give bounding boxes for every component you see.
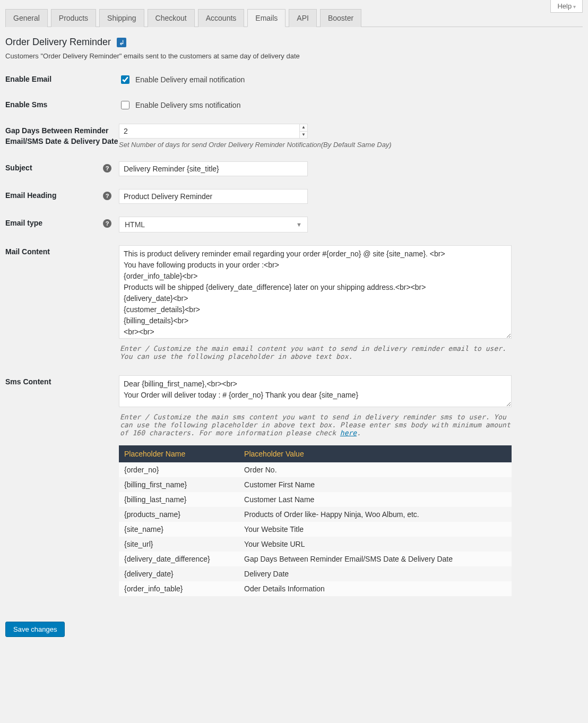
tab-accounts[interactable]: Accounts xyxy=(198,9,245,27)
table-row: {order_info_table}Oder Details Informati… xyxy=(119,581,512,596)
help-dropdown[interactable]: Help xyxy=(550,0,583,13)
table-row: {billing_first_name}Customer First Name xyxy=(119,477,512,492)
settings-tabs: GeneralProductsShippingCheckoutAccountsE… xyxy=(5,0,583,27)
row-enable-sms: Enable Sms Enable Delivery sms notificat… xyxy=(5,98,583,111)
label-subject: Subject ? xyxy=(5,161,119,172)
sms-content-textarea[interactable]: Dear {billing_first_name},<br><br> Your … xyxy=(119,375,512,407)
gap-days-stepper[interactable]: ▲ ▼ xyxy=(119,124,308,139)
label-enable-sms: Enable Sms xyxy=(5,98,119,109)
table-row: {delivery_date}Delivery Date xyxy=(119,566,512,581)
enable-email-checkbox[interactable] xyxy=(121,75,129,84)
page-title: Order Delivery Reminder ↲ xyxy=(5,37,583,48)
placeholder-name: {delivery_date_difference} xyxy=(119,552,239,566)
tab-checkout[interactable]: Checkout xyxy=(148,9,195,27)
mail-content-hint: Enter / Customize the main email content… xyxy=(119,342,512,363)
sms-content-hint: Enter / Customize the main sms content y… xyxy=(119,411,512,439)
table-row: {billing_last_name}Customer Last Name xyxy=(119,492,512,507)
label-gap-days: Gap Days Between Reminder Email/SMS Date… xyxy=(5,124,119,147)
placeholder-col-value: Placeholder Value xyxy=(239,445,512,462)
tab-booster[interactable]: Booster xyxy=(320,9,361,27)
help-tip-icon[interactable]: ? xyxy=(103,192,111,200)
placeholder-value: Oder Details Information xyxy=(239,581,512,596)
checkbox-enable-sms-row[interactable]: Enable Delivery sms notification xyxy=(119,98,512,111)
page-title-text: Order Delivery Reminder xyxy=(5,37,111,47)
row-sms-content: Sms Content Dear {billing_first_name},<b… xyxy=(5,375,583,596)
label-mail-content: Mail Content xyxy=(5,245,119,256)
enable-email-checkbox-label: Enable Delivery email notification xyxy=(135,75,245,84)
placeholder-name: {products_name} xyxy=(119,507,239,522)
table-row: {delivery_date_difference}Gap Days Betwe… xyxy=(119,552,512,566)
enable-sms-checkbox[interactable] xyxy=(121,101,129,109)
spinner-icon[interactable]: ▲ ▼ xyxy=(299,124,308,139)
label-email-type: Email type ? xyxy=(5,217,119,227)
sms-hint-link[interactable]: here xyxy=(340,429,357,437)
chevron-down-icon: ▼ xyxy=(296,221,302,228)
row-heading: Email Heading ? xyxy=(5,189,583,204)
placeholder-value: Delivery Date xyxy=(239,566,512,581)
label-heading: Email Heading ? xyxy=(5,189,119,200)
placeholder-value: Gap Days Between Reminder Email/SMS Date… xyxy=(239,552,512,566)
label-enable-email: Enable Email xyxy=(5,73,119,83)
table-row: {site_url}Your Website URL xyxy=(119,537,512,552)
row-subject: Subject ? xyxy=(5,161,583,176)
tab-shipping[interactable]: Shipping xyxy=(99,9,144,27)
placeholder-name: {billing_last_name} xyxy=(119,492,239,507)
heading-input[interactable] xyxy=(119,189,308,204)
placeholder-value: Customer First Name xyxy=(239,477,512,492)
table-row: {site_name}Your Website Title xyxy=(119,522,512,537)
gap-days-hint: Set Number of days for send Order Delive… xyxy=(119,141,512,149)
email-type-select[interactable]: HTML ▼ xyxy=(119,217,308,233)
placeholder-value: Your Website Title xyxy=(239,522,512,537)
placeholder-value: Customer Last Name xyxy=(239,492,512,507)
subject-input[interactable] xyxy=(119,161,308,176)
placeholder-name: {order_info_table} xyxy=(119,581,239,596)
back-icon[interactable]: ↲ xyxy=(117,38,126,47)
tab-general[interactable]: General xyxy=(5,9,48,27)
label-sms-content: Sms Content xyxy=(5,375,119,386)
placeholders-table: Placeholder Name Placeholder Value {orde… xyxy=(119,445,512,596)
placeholder-name: {site_name} xyxy=(119,522,239,537)
page-description: Customers "Order Delivery Reminder" emai… xyxy=(5,52,583,60)
placeholder-value: Order No. xyxy=(239,462,512,477)
placeholder-name: {billing_first_name} xyxy=(119,477,239,492)
table-row: {order_no}Order No. xyxy=(119,462,512,477)
placeholder-value: Products of Order like- Happy Ninja, Woo… xyxy=(239,507,512,522)
email-type-value: HTML xyxy=(125,220,145,229)
tab-api[interactable]: API xyxy=(289,9,317,27)
row-email-type: Email type ? HTML ▼ xyxy=(5,217,583,233)
placeholder-value: Your Website URL xyxy=(239,537,512,552)
placeholder-name: {order_no} xyxy=(119,462,239,477)
help-tip-icon[interactable]: ? xyxy=(103,219,111,228)
step-down-button[interactable]: ▼ xyxy=(300,132,307,139)
step-up-button[interactable]: ▲ xyxy=(300,124,307,132)
checkbox-enable-email-row[interactable]: Enable Delivery email notification xyxy=(119,73,512,85)
row-enable-email: Enable Email Enable Delivery email notif… xyxy=(5,73,583,85)
row-gap-days: Gap Days Between Reminder Email/SMS Date… xyxy=(5,124,583,149)
row-mail-content: Mail Content This is product delivery re… xyxy=(5,245,583,363)
table-row: {products_name}Products of Order like- H… xyxy=(119,507,512,522)
placeholder-name: {site_url} xyxy=(119,537,239,552)
placeholder-name: {delivery_date} xyxy=(119,566,239,581)
enable-sms-checkbox-label: Enable Delivery sms notification xyxy=(135,101,240,109)
tab-emails[interactable]: Emails xyxy=(247,9,286,27)
tab-products[interactable]: Products xyxy=(51,9,96,27)
placeholder-col-name: Placeholder Name xyxy=(119,445,239,462)
help-tip-icon[interactable]: ? xyxy=(103,164,111,173)
save-button[interactable]: Save changes xyxy=(5,622,65,637)
gap-days-input[interactable] xyxy=(119,124,299,139)
mail-content-textarea[interactable]: This is product delivery reminder email … xyxy=(119,245,512,339)
